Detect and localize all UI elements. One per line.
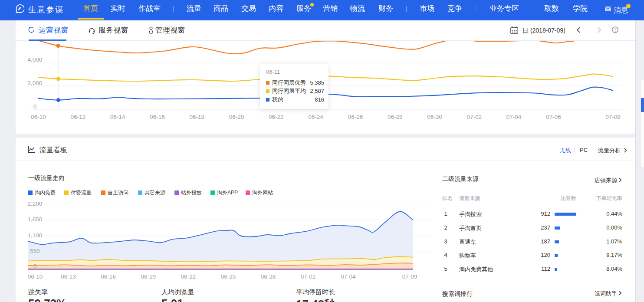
- svg-text:4,000: 4,000: [28, 56, 43, 63]
- svg-text:07-09: 07-09: [605, 114, 621, 120]
- svg-text:06-30: 06-30: [427, 114, 442, 120]
- svg-text:06-16: 06-16: [101, 273, 116, 280]
- svg-text:06-12: 06-12: [71, 114, 86, 120]
- svg-text:1,100: 1,100: [28, 232, 43, 239]
- svg-text:06-10: 06-10: [31, 114, 46, 120]
- svg-text:06-22: 06-22: [181, 273, 196, 280]
- svg-text:06-18: 06-18: [189, 114, 204, 120]
- svg-text:07-04: 07-04: [341, 273, 356, 280]
- svg-text:06-28: 06-28: [261, 273, 276, 280]
- svg-text:06-25: 06-25: [221, 273, 236, 280]
- svg-text:06-28: 06-28: [388, 114, 403, 120]
- svg-text:07-04: 07-04: [506, 114, 522, 120]
- svg-text:0: 0: [33, 103, 37, 110]
- svg-text:06-19: 06-19: [141, 273, 156, 280]
- svg-text:06-13: 06-13: [61, 273, 76, 280]
- svg-text:06-26: 06-26: [348, 114, 363, 120]
- svg-text:06-20: 06-20: [229, 114, 244, 120]
- svg-text:06-16: 06-16: [150, 114, 165, 120]
- svg-text:07-09: 07-09: [402, 273, 417, 280]
- svg-text:07-01: 07-01: [301, 273, 316, 280]
- svg-text:07-02: 07-02: [467, 114, 482, 120]
- svg-text:06-10: 06-10: [28, 273, 43, 280]
- svg-text:2,000: 2,000: [28, 80, 43, 86]
- svg-text:06-14: 06-14: [110, 114, 125, 120]
- svg-text:2,200: 2,200: [28, 200, 43, 207]
- svg-text:06-24: 06-24: [308, 114, 323, 120]
- svg-text:06-22: 06-22: [269, 114, 284, 120]
- svg-text:07-06: 07-06: [546, 114, 561, 120]
